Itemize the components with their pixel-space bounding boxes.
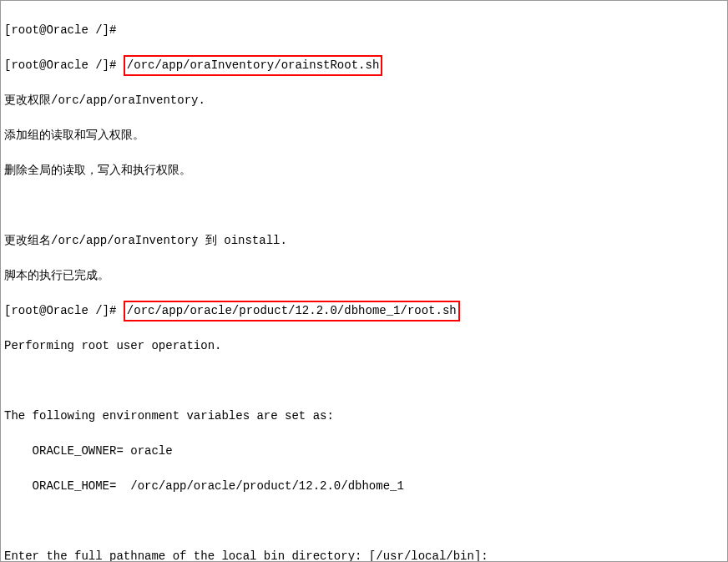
output-line: Performing root user operation.: [4, 337, 724, 355]
output-line: 添加组的读取和写入权限。: [4, 127, 724, 144]
blank-line: [4, 197, 724, 215]
terminal-output: [root@Oracle /]# [root@Oracle /]# /orc/a…: [4, 4, 724, 562]
shell-prompt: [root@Oracle /]#: [4, 23, 124, 37]
shell-prompt: [root@Oracle /]#: [4, 304, 124, 317]
output-line: ORACLE_OWNER= oracle: [4, 443, 724, 460]
shell-prompt: [root@Oracle /]#: [4, 58, 124, 72]
output-line: 更改组名/orc/app/oraInventory 到 oinstall.: [4, 232, 724, 250]
output-line: The following environment variables are …: [4, 408, 724, 425]
blank-line: [4, 513, 724, 530]
output-line: 删除全局的读取，写入和执行权限。: [4, 162, 724, 180]
blank-line: [4, 372, 724, 390]
output-line: Enter the full pathname of the local bin…: [4, 548, 724, 562]
highlighted-command-1: /orc/app/oraInventory/orainstRoot.sh: [124, 55, 382, 76]
output-line: 更改权限/orc/app/oraInventory.: [4, 92, 724, 109]
output-line: 脚本的执行已完成。: [4, 267, 724, 285]
highlighted-command-2: /orc/app/oracle/product/12.2.0/dbhome_1/…: [124, 301, 460, 322]
output-line: ORACLE_HOME= /orc/app/oracle/product/12.…: [4, 478, 724, 495]
